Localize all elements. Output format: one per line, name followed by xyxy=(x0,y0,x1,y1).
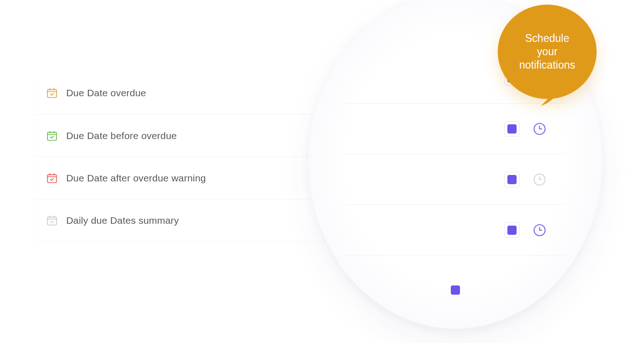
calendar-check-icon xyxy=(46,130,58,142)
zoom-row xyxy=(346,204,565,255)
settings-row-due-date-overdue[interactable]: Due Date overdue xyxy=(35,72,339,114)
lens-circle xyxy=(308,0,603,329)
zoom-row xyxy=(346,103,565,154)
notification-toggle-checkbox[interactable] xyxy=(504,172,520,187)
schedule-clock-icon[interactable] xyxy=(532,172,547,187)
schedule-clock-icon[interactable] xyxy=(532,70,547,86)
settings-list: Due Date overdue Due Date before overdue xyxy=(35,72,339,241)
schedule-clock-icon[interactable] xyxy=(532,121,547,137)
settings-row-label: Due Date after overdue warning xyxy=(66,173,206,184)
calendar-check-icon xyxy=(46,172,58,184)
stage: Due Date overdue Due Date before overdue xyxy=(0,0,644,343)
svg-rect-4 xyxy=(47,132,57,140)
settings-row-due-date-before-overdue[interactable]: Due Date before overdue xyxy=(35,114,339,157)
calendar-28-icon: 28 xyxy=(46,215,58,227)
settings-row-label: Daily due Dates summary xyxy=(66,215,179,226)
settings-row-daily-due-dates-summary[interactable]: 28 Daily due Dates summary xyxy=(35,199,339,241)
notification-toggle-checkbox[interactable] xyxy=(450,285,461,296)
callout-line: Schedule xyxy=(519,32,575,45)
settings-row-label: Due Date overdue xyxy=(66,87,146,99)
svg-rect-0 xyxy=(47,89,57,97)
lens-content xyxy=(346,52,565,324)
zoom-row xyxy=(346,52,565,103)
zoom-row xyxy=(346,154,565,204)
zoom-row-tail xyxy=(346,255,565,324)
notification-toggle-checkbox[interactable] xyxy=(504,222,520,238)
settings-row-label: Due Date before overdue xyxy=(66,130,177,141)
schedule-clock-icon[interactable] xyxy=(532,222,547,238)
settings-row-due-date-after-overdue-warning[interactable]: Due Date after overdue warning xyxy=(35,157,339,199)
svg-text:28: 28 xyxy=(50,220,54,224)
calendar-check-icon xyxy=(46,87,58,99)
magnifier-lens xyxy=(308,0,603,329)
svg-rect-8 xyxy=(47,174,57,182)
notification-toggle-checkbox[interactable] xyxy=(504,70,520,86)
notification-toggle-checkbox[interactable] xyxy=(504,121,520,137)
